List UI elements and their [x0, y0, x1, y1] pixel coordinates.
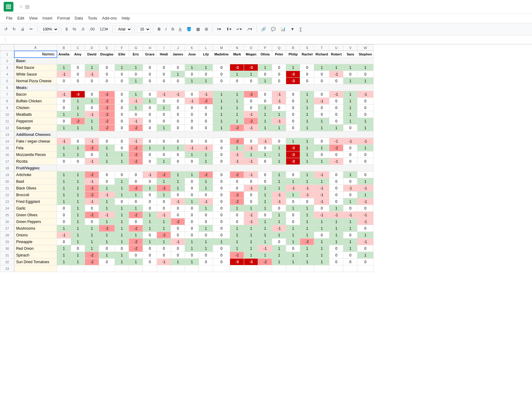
- data-cell[interactable]: 0: [99, 171, 115, 178]
- data-cell[interactable]: 0: [185, 205, 199, 212]
- data-cell[interactable]: 0: [57, 218, 71, 225]
- data-cell[interactable]: 0: [244, 98, 258, 104]
- data-cell[interactable]: 1: [57, 171, 71, 178]
- data-cell[interactable]: -1: [314, 98, 329, 104]
- data-cell[interactable]: 0: [230, 212, 244, 218]
- data-cell[interactable]: 0: [115, 125, 129, 131]
- data-cell[interactable]: 0: [244, 78, 258, 84]
- data-cell[interactable]: -1: [171, 239, 185, 245]
- data-cell[interactable]: 1: [258, 104, 272, 111]
- data-cell[interactable]: 1: [357, 145, 373, 151]
- data-cell[interactable]: 0: [129, 198, 143, 205]
- data-cell[interactable]: -2: [129, 225, 143, 232]
- data-cell[interactable]: -1: [244, 218, 258, 225]
- data-cell[interactable]: 1: [314, 118, 329, 125]
- data-cell[interactable]: -2: [157, 232, 171, 239]
- data-cell[interactable]: 0: [286, 198, 300, 205]
- data-cell[interactable]: 1: [57, 64, 71, 71]
- data-cell[interactable]: 0: [185, 218, 199, 225]
- decimal-inc-button[interactable]: .00: [87, 26, 97, 32]
- zoom-select[interactable]: 100%: [40, 26, 59, 33]
- data-cell[interactable]: -2: [230, 125, 244, 131]
- data-cell[interactable]: 0: [286, 218, 300, 225]
- data-cell[interactable]: 1: [314, 252, 329, 259]
- data-cell[interactable]: -1: [286, 185, 300, 192]
- data-cell[interactable]: 1: [129, 104, 143, 111]
- data-cell[interactable]: 1: [329, 232, 343, 239]
- data-cell[interactable]: 1: [85, 225, 99, 232]
- data-cell[interactable]: -2: [230, 171, 244, 178]
- data-cell[interactable]: 0: [157, 98, 171, 104]
- data-cell[interactable]: 0: [357, 205, 373, 212]
- data-cell[interactable]: -2: [157, 171, 171, 178]
- data-cell[interactable]: 1: [185, 78, 199, 84]
- col-header-f[interactable]: F: [115, 45, 129, 51]
- data-cell[interactable]: 1: [99, 158, 115, 165]
- data-cell[interactable]: 0: [258, 98, 272, 104]
- data-cell[interactable]: 1: [329, 218, 343, 225]
- data-cell[interactable]: 0: [99, 78, 115, 84]
- data-cell[interactable]: 0: [314, 71, 329, 78]
- data-cell[interactable]: -2: [129, 151, 143, 158]
- data-cell[interactable]: 1: [258, 118, 272, 125]
- data-cell[interactable]: 0: [157, 198, 171, 205]
- person-header-sara[interactable]: Sara: [343, 51, 357, 58]
- data-cell[interactable]: 0: [329, 151, 343, 158]
- data-cell[interactable]: 0: [286, 118, 300, 125]
- data-cell[interactable]: 0: [171, 118, 185, 125]
- data-cell[interactable]: 0: [99, 138, 115, 145]
- data-cell[interactable]: 0: [199, 212, 213, 218]
- data-cell[interactable]: 0: [71, 71, 85, 78]
- data-cell[interactable]: -1: [329, 138, 343, 145]
- empty-cell[interactable]: [244, 265, 258, 272]
- data-cell[interactable]: 0: [171, 192, 185, 198]
- col-header-n[interactable]: N: [230, 45, 244, 51]
- data-cell[interactable]: 1: [300, 125, 314, 131]
- empty-cell[interactable]: [143, 265, 157, 272]
- data-cell[interactable]: 1: [57, 252, 71, 259]
- data-cell[interactable]: 0: [314, 138, 329, 145]
- data-cell[interactable]: -2: [300, 239, 314, 245]
- link-button[interactable]: 🔗: [259, 26, 268, 32]
- percent-button[interactable]: %: [71, 26, 78, 32]
- align-button[interactable]: ≡▾: [215, 26, 223, 32]
- names-header-cell[interactable]: Names:: [14, 51, 57, 58]
- data-cell[interactable]: 0: [314, 104, 329, 111]
- data-cell[interactable]: -1: [357, 91, 373, 98]
- data-cell[interactable]: 1: [286, 138, 300, 145]
- item-label[interactable]: Onions: [14, 232, 57, 239]
- data-cell[interactable]: 1: [71, 232, 85, 239]
- data-cell[interactable]: 1: [85, 98, 99, 104]
- data-cell[interactable]: 0: [115, 145, 129, 151]
- data-cell[interactable]: 0: [185, 225, 199, 232]
- italic-button[interactable]: I: [164, 26, 168, 32]
- data-cell[interactable]: -2: [99, 225, 115, 232]
- data-cell[interactable]: 0: [143, 71, 157, 78]
- data-cell[interactable]: 1: [300, 225, 314, 232]
- data-cell[interactable]: 0: [171, 158, 185, 165]
- data-cell[interactable]: 1: [171, 171, 185, 178]
- data-cell[interactable]: 1: [230, 91, 244, 98]
- person-header-lily[interactable]: Lily: [199, 51, 213, 58]
- border-button[interactable]: ▦: [194, 26, 202, 32]
- data-cell[interactable]: -3: [230, 259, 244, 265]
- data-cell[interactable]: 1: [115, 218, 129, 225]
- data-cell[interactable]: -1: [57, 71, 71, 78]
- data-cell[interactable]: 1: [71, 252, 85, 259]
- data-cell[interactable]: -2: [171, 218, 185, 225]
- data-cell[interactable]: 1: [300, 104, 314, 111]
- data-cell[interactable]: 0: [143, 178, 157, 185]
- data-cell[interactable]: 0: [143, 192, 157, 198]
- data-cell[interactable]: 0: [343, 178, 357, 185]
- data-cell[interactable]: -1: [85, 71, 99, 78]
- data-cell[interactable]: 1: [99, 239, 115, 245]
- data-cell[interactable]: 0: [57, 212, 71, 218]
- item-label[interactable]: Garlic: [14, 205, 57, 212]
- data-cell[interactable]: -1: [272, 192, 286, 198]
- data-cell[interactable]: -2: [71, 118, 85, 125]
- format-num-button[interactable]: 123▾: [98, 26, 110, 32]
- data-cell[interactable]: 0: [185, 104, 199, 111]
- data-cell[interactable]: 1: [185, 64, 199, 71]
- data-cell[interactable]: 1: [343, 118, 357, 125]
- data-cell[interactable]: 0: [115, 104, 129, 111]
